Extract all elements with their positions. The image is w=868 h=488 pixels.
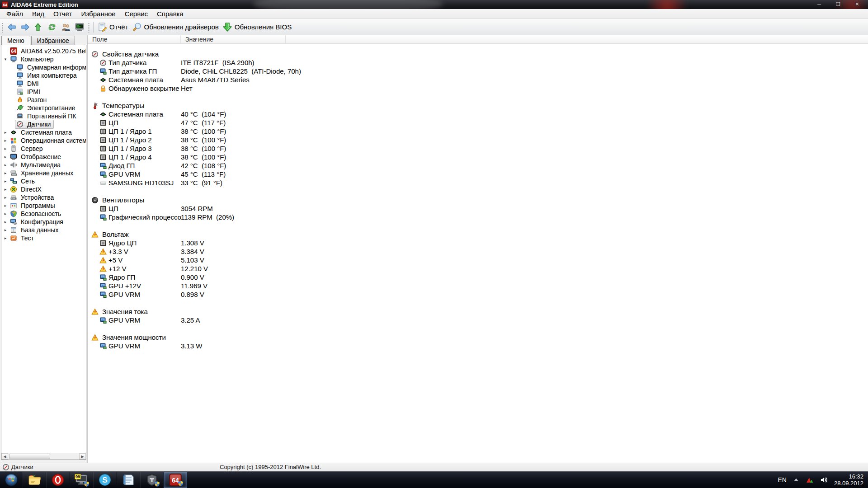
menu-item-сервис[interactable]: Сервис	[120, 9, 152, 19]
table-row[interactable]: ЦП3054 RPM	[88, 204, 868, 213]
table-row[interactable]: GPU VRM45 °C (113 °F)	[88, 170, 868, 178]
tree-item[interactable]: Суммарная информация	[2, 63, 86, 71]
chevron-right-icon[interactable]: ▸	[2, 211, 9, 216]
tree-item[interactable]: ▸Конфигурация	[2, 218, 86, 226]
tree-item[interactable]: Электропитание	[2, 104, 86, 112]
tree-item[interactable]: ▸Безопасность	[2, 210, 86, 218]
table-row[interactable]: +5 V5.103 V	[88, 256, 868, 264]
chevron-right-icon[interactable]: ▸	[2, 171, 9, 175]
table-row[interactable]: +3.3 V3.384 V	[88, 247, 868, 256]
chevron-right-icon[interactable]: ▸	[2, 130, 9, 135]
tree-item[interactable]: ▸Программы	[2, 202, 86, 210]
scroll-right-arrow[interactable]: ▶	[79, 453, 86, 460]
tree-item[interactable]: IPMI	[2, 88, 86, 96]
tree-item[interactable]: ▸Устройства	[2, 193, 86, 202]
table-row[interactable]: GPU VRM3.25 A	[88, 316, 868, 324]
close-button[interactable]: ✕	[851, 0, 863, 8]
tree-item[interactable]: ▾Компьютер	[2, 55, 86, 63]
table-row[interactable]: Системная плата40 °C (104 °F)	[88, 110, 868, 118]
tree-item[interactable]: Датчики	[2, 120, 86, 128]
remote-monitor-button[interactable]	[73, 20, 86, 34]
column-header-field[interactable]: Поле	[88, 35, 181, 43]
table-row[interactable]: ЦП47 °C (117 °F)	[88, 118, 868, 127]
tree-item[interactable]: ▸Сервер	[2, 145, 86, 153]
column-header-value[interactable]: Значение	[181, 35, 286, 43]
table-row[interactable]: Диод ГП42 °C (108 °F)	[88, 161, 868, 170]
taskbar-item-aida64[interactable]: 64	[164, 472, 187, 488]
scrollbar-thumb[interactable]	[9, 454, 50, 459]
table-row[interactable]: Ядро ЦП1.308 V	[88, 239, 868, 247]
scrollbar-track[interactable]	[8, 453, 79, 460]
table-row[interactable]: Системная платаAsus M4A87TD Series	[88, 75, 868, 84]
tree-item[interactable]: 64AIDA64 v2.50.2075 Beta	[2, 47, 86, 55]
volume-icon[interactable]	[820, 476, 828, 483]
tree-item[interactable]: ▸Тест	[2, 234, 86, 242]
table-row[interactable]: SAMSUNG HD103SJ33 °C (91 °F)	[88, 178, 868, 187]
menu-item-избранное[interactable]: Избранное	[77, 9, 120, 19]
chevron-right-icon[interactable]: ▸	[2, 138, 9, 143]
minimize-button[interactable]: ─	[813, 0, 826, 8]
taskbar-item-notepad[interactable]	[117, 472, 140, 488]
up-button[interactable]	[32, 20, 46, 34]
tree-item[interactable]: ▸Хранение данных	[2, 169, 86, 177]
table-row[interactable]: +12 V12.210 V	[88, 264, 868, 273]
table-row[interactable]: Графический процессор1139 RPM (20%)	[88, 213, 868, 221]
toolbar-button-bios-down[interactable]: Обновления BIOS	[221, 20, 293, 34]
show-hidden-icons[interactable]	[793, 477, 799, 483]
scroll-left-arrow[interactable]: ◀	[1, 453, 8, 460]
table-row[interactable]: Тип датчика ГПDiode, CHiL CHL8225 (ATI-D…	[88, 67, 868, 75]
table-row[interactable]: Тип датчикаITE IT8721F (ISA 290h)	[88, 58, 868, 67]
tree-item[interactable]: ▸Системная плата	[2, 128, 86, 136]
tree-item[interactable]: Разгон	[2, 96, 86, 104]
table-row[interactable]: GPU +12V11.969 V	[88, 282, 868, 290]
chevron-right-icon[interactable]: ▸	[2, 228, 9, 232]
toolbar-button-magnifier[interactable]: Обновления драйверов	[130, 20, 221, 34]
tree-item[interactable]: ▸Отображение	[2, 153, 86, 161]
users-button[interactable]	[59, 20, 73, 34]
taskbar-item-wot[interactable]	[140, 472, 164, 488]
table-row[interactable]: Ядро ГП0.900 V	[88, 273, 868, 282]
menu-item-вид[interactable]: Вид	[28, 9, 49, 19]
menu-item-файл[interactable]: Файл	[2, 9, 28, 19]
toolbar-button-report[interactable]: Отчёт	[95, 20, 130, 34]
chevron-right-icon[interactable]: ▸	[2, 220, 9, 224]
chevron-right-icon[interactable]: ▸	[2, 195, 9, 200]
chevron-right-icon[interactable]: ▸	[2, 236, 9, 240]
sidebar-tab-favorites[interactable]: Избранное	[31, 36, 75, 45]
chevron-right-icon[interactable]: ▸	[2, 187, 9, 192]
language-indicator[interactable]: EN	[778, 476, 786, 483]
chevron-right-icon[interactable]: ▸	[2, 163, 9, 167]
chevron-down-icon[interactable]: ▾	[2, 57, 9, 61]
table-row[interactable]: Обнаружено вскрытие кор...Нет	[88, 84, 868, 93]
taskbar-clock[interactable]: 16:32 28.09.2012	[834, 473, 863, 487]
tree-item[interactable]: ▸Операционная система	[2, 136, 86, 145]
back-button[interactable]	[5, 20, 19, 34]
tree-item[interactable]: ▸База данных	[2, 226, 86, 234]
chevron-right-icon[interactable]: ▸	[2, 146, 9, 151]
table-row[interactable]: GPU VRM3.13 W	[88, 342, 868, 350]
table-row[interactable]: ЦП 1 / Ядро 238 °C (100 °F)	[88, 136, 868, 144]
menu-item-отчёт[interactable]: Отчёт	[49, 9, 77, 19]
tree-item[interactable]: Имя компьютера	[2, 71, 86, 80]
start-button[interactable]	[0, 471, 23, 488]
tree-item[interactable]: ▸Мультимедиа	[2, 161, 86, 169]
sidebar-tab-menu[interactable]: Меню	[1, 36, 30, 45]
table-row[interactable]: ЦП 1 / Ядро 438 °C (100 °F)	[88, 153, 868, 161]
table-row[interactable]: ЦП 1 / Ядро 138 °C (100 °F)	[88, 127, 868, 136]
taskbar-item-skype[interactable]: S	[93, 472, 117, 488]
maximize-button[interactable]: ❐	[832, 0, 844, 8]
table-row[interactable]: ЦП 1 / Ядро 338 °C (100 °F)	[88, 144, 868, 153]
taskbar-item-osd-monitor[interactable]: 99	[70, 472, 93, 488]
title-bar[interactable]: 64 AIDA64 Extreme Edition ─ ❐ ✕	[0, 0, 868, 9]
chevron-right-icon[interactable]: ▸	[2, 179, 9, 183]
tree-item[interactable]: ▸DirectX	[2, 185, 86, 193]
taskbar-item-opera[interactable]	[46, 472, 70, 488]
tree-item[interactable]: DMI	[2, 80, 86, 88]
refresh-button[interactable]	[46, 20, 59, 34]
forward-button[interactable]	[19, 20, 32, 34]
tree-item[interactable]: Портативный ПК	[2, 112, 86, 120]
tree-item[interactable]: ▸Сеть	[2, 177, 86, 185]
chevron-right-icon[interactable]: ▸	[2, 155, 9, 159]
taskbar-item-explorer[interactable]	[23, 472, 46, 488]
chevron-right-icon[interactable]: ▸	[2, 203, 9, 208]
